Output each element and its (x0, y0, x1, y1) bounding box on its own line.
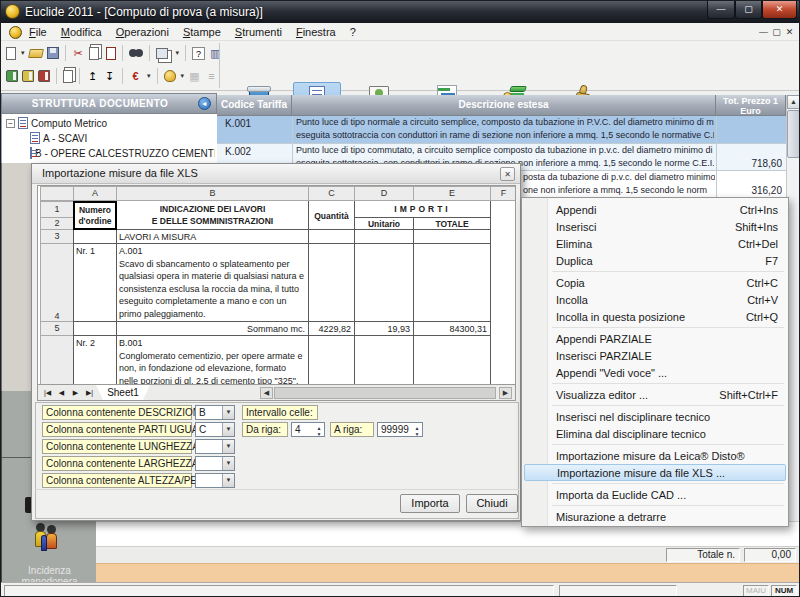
grid-col-header-c[interactable]: C (308, 186, 355, 201)
column-header-prezzo[interactable]: Tot. Prezzo 1 Euro (716, 95, 786, 116)
nav-last-button[interactable]: ▶| (83, 387, 96, 399)
save-icon[interactable] (47, 47, 59, 59)
mdi-restore-button[interactable]: ▢ (770, 27, 783, 37)
column-properties-icon[interactable]: ▥ (209, 46, 222, 60)
menu-item-copia[interactable]: CopiaCtrl+C (522, 274, 788, 291)
euro-dropdown-icon[interactable]: ▾ (147, 72, 151, 80)
menu-item-elimina[interactable]: EliminaCtrl+Del (522, 235, 788, 252)
hscroll-left-button[interactable]: ◀ (260, 387, 273, 399)
grid-col-header-a[interactable]: A (73, 186, 117, 201)
window-layout-icon[interactable] (156, 48, 168, 59)
dropdown-arrow-icon[interactable]: ▼ (222, 406, 234, 419)
export-yellow-icon[interactable] (22, 70, 34, 82)
minimize-button[interactable]: — (707, 1, 735, 19)
table-row[interactable]: K.001 Punto luce di tipo normale a circu… (217, 116, 786, 143)
tree-item-computo-metrico[interactable]: − Computo Metrico (6, 117, 107, 129)
tree-item-b-opere[interactable]: B - OPERE CALCESTRUZZO CEMENTIZ (30, 147, 215, 159)
scrollbar-thumb[interactable] (787, 110, 800, 158)
maximize-button[interactable]: ▢ (735, 1, 762, 19)
menu-item-elimina-disciplinare[interactable]: Elimina dal disciplinare tecnico (522, 425, 788, 442)
grid-col-header-e[interactable]: E (413, 186, 491, 201)
grid-row-header-3[interactable]: 3 (40, 229, 74, 244)
find-icon[interactable] (129, 49, 143, 58)
cell-a001-desc[interactable]: A.001 Scavo di sbancamento o splateament… (119, 245, 306, 321)
tree-item-label[interactable]: B - OPERE CALCESTRUZZO CEMENTIZ (35, 148, 215, 159)
hscroll-thumb[interactable] (274, 387, 496, 399)
spreadsheet-preview[interactable]: A B C D E F 1 2 3 4 5 (37, 185, 516, 385)
parti-uguali-column-select[interactable]: C ▼ (195, 422, 235, 437)
menu-item-appendi[interactable]: AppendiCtrl+Ins (522, 201, 788, 218)
cell-sommano[interactable]: Sommano mc. (119, 323, 305, 336)
move-bottom-icon[interactable]: ↧ (103, 69, 116, 83)
move-top-icon[interactable]: ↥ (86, 69, 99, 83)
help-icon[interactable]: ? (192, 47, 205, 60)
larghezza-column-select[interactable]: ▼ (195, 456, 235, 471)
cell-e-header[interactable]: TOTALE (414, 218, 490, 231)
menu-item-duplica[interactable]: DuplicaF7 (522, 252, 788, 269)
menu-stampe[interactable]: Stampe (176, 24, 228, 40)
descrizione-column-select[interactable]: B ▼ (195, 405, 235, 420)
new-document-icon[interactable] (6, 47, 16, 60)
tree-collapse-icon[interactable]: − (6, 119, 15, 128)
dropdown-arrow-icon[interactable]: ▼ (222, 440, 234, 453)
window-layout-dropdown-icon[interactable]: ▾ (176, 49, 180, 57)
nav-next-button[interactable]: ▶ (69, 387, 82, 399)
nav-prev-button[interactable]: ◀ (55, 387, 68, 399)
menu-item-incolla[interactable]: IncollaCtrl+V (522, 291, 788, 308)
hscroll-right-button[interactable]: ▶ (499, 387, 512, 399)
dropdown-arrow-icon[interactable]: ▼ (222, 423, 234, 436)
lunghezza-column-select[interactable]: ▼ (195, 439, 235, 454)
menu-operazioni[interactable]: Operazioni (109, 24, 176, 40)
cell-totale-value[interactable]: 84300,31 (414, 323, 487, 336)
cell-de-header[interactable]: IMPORTI (355, 203, 490, 216)
dialog-close-button[interactable]: ✕ (500, 167, 515, 181)
menu-item-importa-euclide-cad[interactable]: Importa da Euclide CAD ... (522, 486, 788, 503)
sort-icon[interactable]: ≡ (205, 69, 218, 83)
dialog-title-bar[interactable]: Importazione misure da file XLS (32, 164, 520, 184)
menu-strumenti[interactable]: Strumenti (228, 24, 289, 40)
copy-item-icon[interactable] (89, 47, 99, 60)
grid-col-header-b[interactable]: B (116, 186, 309, 201)
export-green-icon[interactable] (6, 70, 18, 82)
grid-corner-cell[interactable] (40, 186, 74, 201)
chiudi-button[interactable]: Chiudi (466, 494, 518, 513)
cell-b001-desc[interactable]: B.001 Conglomerato cementizio, per opere… (119, 337, 306, 385)
spin-down-icon[interactable]: ▼ (315, 431, 323, 437)
cell-d-header[interactable]: Unitario (355, 218, 413, 231)
sheet1-tab[interactable]: Sheet1 (96, 385, 150, 400)
grid-row-header-5[interactable]: 5 (40, 321, 74, 336)
importa-button[interactable]: Importa (400, 494, 460, 513)
menu-item-inserisci-disciplinare[interactable]: Inserisci nel disciplinare tecnico (522, 408, 788, 425)
menu-item-incolla-posizione[interactable]: Incolla in questa posizioneCtrl+Q (522, 308, 788, 325)
grid-row-header-6[interactable] (40, 335, 74, 385)
tree-item-label[interactable]: A - SCAVI (43, 133, 87, 144)
update-prices-icon[interactable] (164, 70, 176, 82)
tree-item-a-scavi[interactable]: A - SCAVI (30, 132, 87, 144)
menu-modifica[interactable]: Modifica (54, 24, 109, 40)
copy-pages-icon[interactable] (63, 70, 73, 83)
menu-file[interactable]: File (22, 24, 54, 40)
menu-item-visualizza-editor[interactable]: Visualizza editor ...Shift+Ctrl+F (522, 386, 788, 403)
mdi-close-button[interactable]: ✕ (783, 27, 796, 37)
column-header-descrizione[interactable]: Descrizione estesa (292, 95, 716, 116)
grid-col-header-f[interactable]: F (490, 186, 516, 201)
menu-item-inserisci-parziale[interactable]: Inserisci PARZIALE (522, 347, 788, 364)
open-folder-icon[interactable] (28, 49, 44, 58)
menu-item-appendi-vedi-voce[interactable]: Appendi "Vedi voce" ... (522, 364, 788, 381)
altezza-peso-column-select[interactable]: ▼ (195, 473, 235, 488)
cell-c-header[interactable]: Quantità (309, 210, 354, 223)
cell-lavori-a-misura[interactable]: LAVORI A MISURA (119, 231, 307, 244)
close-button[interactable]: ✕ (762, 1, 797, 19)
cell-unitario-value[interactable]: 19,93 (355, 323, 410, 336)
grid-row-header-4[interactable]: 4 (40, 243, 74, 322)
tree-item-label[interactable]: Computo Metrico (31, 118, 107, 129)
menu-item-inserisci[interactable]: InserisciShift+Ins (522, 218, 788, 235)
print-icon[interactable] (38, 70, 50, 82)
column-header-codice[interactable]: Codice Tariffa (217, 95, 292, 116)
nav-first-button[interactable]: |◀ (41, 387, 54, 399)
menu-item-importazione-leica[interactable]: Importazione misure da Leica® Disto® (522, 447, 788, 464)
cell-quantita-value[interactable]: 4229,82 (309, 323, 351, 336)
mdi-minimize-button[interactable]: — (757, 27, 770, 37)
menu-item-misurazione-detrarre[interactable]: Misurazione a detrarre (522, 508, 788, 525)
cell-nr2[interactable]: Nr. 2 (76, 337, 114, 350)
